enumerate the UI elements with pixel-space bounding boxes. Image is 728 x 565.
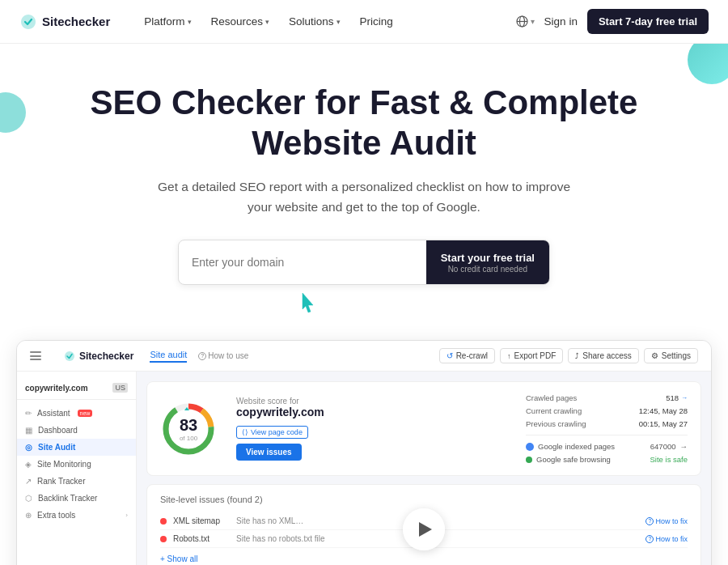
issue-dot [160, 518, 167, 525]
domain-input[interactable] [179, 245, 426, 279]
issues-title: Site-level issues (found 2) [160, 495, 688, 504]
svg-point-3 [65, 351, 74, 361]
chevron-down-icon: ▾ [265, 18, 269, 26]
db-domain-selector[interactable]: copywritely.com US [17, 380, 136, 400]
site-audit-icon: ◎ [25, 443, 32, 452]
hamburger-icon[interactable] [30, 351, 41, 360]
nav-pricing[interactable]: Pricing [352, 11, 401, 32]
view-issues-button[interactable]: View issues [236, 444, 302, 461]
dashboard-topbar: Sitechecker Site audit ? How to use ↺ Re… [17, 341, 711, 372]
nav-logo-text: Sitechecker [42, 15, 110, 28]
sidebar-item-assistant[interactable]: ✏ Assistant new [17, 405, 136, 422]
stat-google-indexed: Google indexed pages 647000 → [526, 442, 688, 451]
arrow-icon: → [680, 442, 688, 451]
issue-dot [160, 536, 167, 542]
start-trial-button[interactable]: Start your free trial No credit card nee… [426, 240, 549, 284]
rank-tracker-icon: ↗ [25, 477, 32, 486]
score-of: of 100 [180, 435, 197, 442]
globe-icon [516, 15, 528, 28]
question-circle-icon: ? [645, 517, 654, 525]
cursor-decoration [299, 291, 317, 316]
db-tabs: Site audit ? How to use [150, 350, 422, 363]
recrawl-icon: ↺ [447, 351, 453, 360]
sidebar-item-site-audit[interactable]: ◎ Site Audit [17, 439, 136, 456]
score-donut-chart: 83 of 100 [160, 401, 217, 457]
chevron-right-icon: › [125, 512, 128, 519]
stat-google-safe: Google safe browsing Site is safe [526, 455, 688, 464]
score-value: 83 [180, 416, 197, 435]
play-button[interactable] [403, 508, 445, 550]
sidebar-item-rank-tracker[interactable]: ↗ Rank Tracker [17, 473, 136, 490]
dashboard-preview: Sitechecker Site audit ? How to use ↺ Re… [16, 340, 712, 565]
sidebar-item-backlink-tracker[interactable]: ⬡ Backlink Tracker [17, 490, 136, 507]
safe-icon [526, 457, 532, 463]
settings-button[interactable]: ⚙ Settings [644, 348, 698, 363]
stat-current-crawling: Current crawling 12:45, May 28 [526, 406, 688, 415]
show-all-button[interactable]: + Show all [160, 554, 688, 563]
score-for-label: Website score for [236, 397, 506, 406]
google-icon [526, 443, 534, 451]
backlink-icon: ⬡ [25, 494, 32, 503]
stat-divider [526, 435, 688, 435]
db-logo: Sitechecker [64, 350, 133, 362]
score-card: 83 of 100 Website score for copywritely.… [146, 381, 701, 476]
trial-button[interactable]: Start 7-day free trial [587, 9, 709, 34]
domain-search-bar: Start your free trial No credit card nee… [178, 240, 550, 285]
sidebar-item-site-monitoring[interactable]: ◈ Site Monitoring [17, 456, 136, 473]
dashboard-layout: copywritely.com US ✏ Assistant new ▦ Das… [17, 372, 711, 565]
site-issues-card: Site-level issues (found 2) XML sitemap … [146, 484, 701, 565]
settings-icon: ⚙ [651, 351, 658, 360]
how-to-fix-robots[interactable]: ? How to fix [645, 535, 688, 543]
navbar: Sitechecker Platform ▾ Resources ▾ Solut… [0, 0, 728, 44]
view-page-code-button[interactable]: ⟨⟩ View page code [236, 426, 308, 439]
nav-solutions[interactable]: Solutions ▾ [281, 11, 349, 32]
sidebar-item-extra-tools[interactable]: ⊕ Extra tools › [17, 507, 136, 524]
nav-right: ▾ Sign in Start 7-day free trial [516, 9, 709, 34]
nav-logo[interactable]: Sitechecker [19, 13, 110, 31]
hero-subtitle: Get a detailed SEO report with a persona… [154, 177, 574, 218]
stat-crawled-pages: Crawled pages 518 → [526, 393, 688, 402]
globe-button[interactable]: ▾ [516, 15, 535, 28]
sidebar-item-dashboard[interactable]: ▦ Dashboard [17, 422, 136, 439]
extra-tools-icon: ⊕ [25, 511, 32, 520]
db-logo-icon [64, 350, 75, 362]
globe-chevron: ▾ [531, 17, 535, 26]
score-stats: Crawled pages 518 → Current crawling 12:… [526, 393, 688, 464]
dashboard-icon: ▦ [25, 426, 32, 435]
code-icon: ⟨⟩ [242, 428, 248, 436]
deco-circle-left [0, 92, 26, 133]
how-to-fix-xml[interactable]: ? How to fix [645, 517, 688, 525]
monitoring-icon: ◈ [25, 460, 32, 469]
hero-section: SEO Checker for Fast & Complete Website … [0, 44, 728, 316]
score-info: Website score for copywritely.com ⟨⟩ Vie… [236, 397, 506, 461]
nav-platform[interactable]: Platform ▾ [136, 11, 199, 32]
sitechecker-logo-icon [19, 13, 37, 31]
chevron-down-icon: ▾ [336, 18, 341, 26]
signin-link[interactable]: Sign in [544, 15, 578, 28]
db-sidebar: copywritely.com US ✏ Assistant new ▦ Das… [17, 372, 137, 565]
chevron-down-icon: ▾ [188, 18, 192, 26]
tab-site-audit[interactable]: Site audit [150, 350, 187, 363]
score-domain: copywritely.com [236, 406, 506, 418]
question-icon: ? [198, 352, 206, 360]
db-logo-text: Sitechecker [79, 350, 133, 362]
export-icon: ↑ [507, 352, 511, 360]
nav-links: Platform ▾ Resources ▾ Solutions ▾ Prici… [136, 11, 515, 32]
share-access-button[interactable]: ⤴ Share access [568, 348, 639, 363]
hero-title: SEO Checker for Fast & Complete Website … [65, 83, 663, 164]
question-circle-icon: ? [645, 535, 654, 543]
db-actions: ↺ Re-crawl ↑ Export PDF ⤴ Share access ⚙… [439, 348, 698, 363]
nav-resources[interactable]: Resources ▾ [203, 11, 278, 32]
play-icon [419, 522, 432, 537]
assistant-icon: ✏ [25, 409, 32, 418]
stat-previous-crawling: Previous crawling 00:15, May 27 [526, 419, 688, 428]
export-pdf-button[interactable]: ↑ Export PDF [500, 348, 563, 363]
db-main-content: 83 of 100 Website score for copywritely.… [137, 372, 711, 565]
arrow-icon: → [681, 394, 688, 401]
recrawl-button[interactable]: ↺ Re-crawl [439, 348, 495, 363]
share-icon: ⤴ [575, 352, 579, 360]
tab-how-to-use[interactable]: ? How to use [198, 351, 248, 360]
